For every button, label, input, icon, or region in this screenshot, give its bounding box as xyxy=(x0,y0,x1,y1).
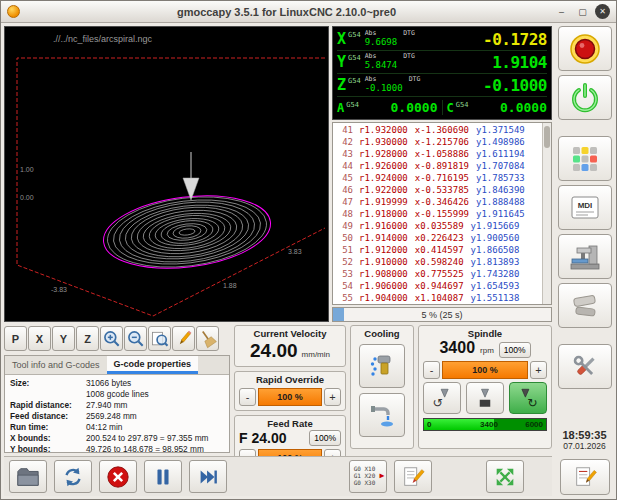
dro-rotary-row: A G54 0.0000 C G54 0.0000 xyxy=(337,97,547,118)
clear-plot-button[interactable] xyxy=(196,326,219,351)
zoom-out-icon xyxy=(126,329,146,349)
zoom-out-button[interactable] xyxy=(124,326,147,351)
notepad-button[interactable] xyxy=(560,459,610,495)
rapid-override-bar[interactable]: 100 % xyxy=(258,388,322,406)
axis-value: 0.0000 xyxy=(391,100,438,115)
gcode-line[interactable]: 42r1.930000x-1.215706y1.498986 xyxy=(335,136,542,148)
tool-change-button[interactable] xyxy=(558,234,612,279)
gcode-line[interactable]: 50r1.914000x0.226423y1.900560 xyxy=(335,232,542,244)
maximize-button[interactable]: ▢ xyxy=(574,4,591,19)
spindle-cw-button[interactable]: ↻ xyxy=(509,382,547,414)
gcode-line[interactable]: 49r1.916000x0.035589y1.915669 xyxy=(335,220,542,232)
axis-value: 1.9104 xyxy=(492,53,547,72)
stop-button[interactable] xyxy=(99,460,137,493)
view-z-button[interactable]: Z xyxy=(76,326,99,351)
open-file-button[interactable] xyxy=(9,460,47,493)
svg-text:1.88: 1.88 xyxy=(223,282,237,289)
rapid-override-minus-button[interactable]: - xyxy=(239,388,256,406)
spindle-override-bar[interactable]: 100 % xyxy=(442,361,528,379)
property-row: Size:31066 bytes xyxy=(10,378,224,389)
rapid-override-plus-button[interactable]: + xyxy=(324,388,341,406)
view-y-button[interactable]: Y xyxy=(52,326,75,351)
step-button[interactable] xyxy=(189,460,227,493)
setup-button[interactable] xyxy=(558,344,612,389)
info-column: P X Y Z xyxy=(4,325,230,453)
dro-axis-z[interactable]: Z G54 Abs -0.1000 DTG -0.1000 xyxy=(337,74,547,97)
gcode-line[interactable]: 53r1.908000x0.775525y1.743280 xyxy=(335,268,542,280)
feed-override-reset-button[interactable]: 100% xyxy=(309,430,341,446)
gcode-line[interactable]: 51r1.912000x0.414597y1.866508 xyxy=(335,244,542,256)
edit-gcode-button[interactable] xyxy=(394,460,432,493)
scrollbar-thumb[interactable] xyxy=(544,126,550,148)
estop-icon xyxy=(568,32,602,66)
power-button[interactable] xyxy=(558,75,612,120)
gcode-line[interactable]: 41r1.932000x-1.360690y1.371549 xyxy=(335,124,542,136)
dro-axis-c[interactable]: C G54 0.0000 xyxy=(447,100,548,115)
dro-axis-x[interactable]: X G54 Abs 9.6698 DTG -0.1728 xyxy=(337,28,547,51)
gcode-line[interactable]: 46r1.922000x-0.533785y1.846390 xyxy=(335,184,542,196)
mdi-button[interactable]: MDI xyxy=(558,185,612,230)
svg-text:1.00: 1.00 xyxy=(20,166,34,173)
reload-file-button[interactable] xyxy=(54,460,92,493)
show-dimensions-button[interactable] xyxy=(172,326,195,351)
app-window: gmoccapy 3.5.1 for LinuxCNC 2.10.0~pre0 … xyxy=(0,0,617,500)
play-marker-icon: ▶ xyxy=(380,471,385,480)
broom-icon xyxy=(198,329,218,349)
minimize-button[interactable]: – xyxy=(553,4,570,19)
coord-system: G54 xyxy=(348,54,361,62)
spindle-rpm-unit: rpm xyxy=(480,346,494,355)
zoom-fit-button[interactable] xyxy=(148,326,171,351)
spindle-override-reset-button[interactable]: 100% xyxy=(499,342,531,358)
dro-axis-y[interactable]: Y G54 Abs 5.8474 DTG 1.9104 xyxy=(337,51,547,74)
zoom-fit-icon xyxy=(150,329,170,349)
zoom-in-button[interactable] xyxy=(100,326,123,351)
view-x-button[interactable]: X xyxy=(28,326,51,351)
gcode-line[interactable]: 55r1.904000x1.104087y1.551138 xyxy=(335,292,542,304)
pause-icon xyxy=(151,465,175,489)
spindle-override-minus-button[interactable]: - xyxy=(423,361,440,379)
user-tabs-button[interactable] xyxy=(558,283,612,328)
dro-axis-a[interactable]: A G54 0.0000 xyxy=(337,100,443,115)
spindle-ccw-button[interactable]: ↺ xyxy=(423,382,461,414)
svg-text:0.00: 0.00 xyxy=(20,194,34,201)
gcode-line[interactable]: 43r1.928000x-1.058886y1.611194 xyxy=(335,148,542,160)
gcode-viewer[interactable]: 41r1.932000x-1.360690y1.371549 42r1.9300… xyxy=(332,122,552,305)
rapid-override-frame: Rapid Override - 100 % + xyxy=(234,371,346,411)
skip-forward-icon xyxy=(196,465,220,489)
spindle-title: Spindle xyxy=(423,328,547,339)
loaded-file-path: .//../nc_files/arcspiral.ngc xyxy=(53,34,153,44)
machine-limits-box xyxy=(17,58,325,316)
estop-button[interactable] xyxy=(558,26,612,71)
fullscreen-button[interactable] xyxy=(486,460,524,493)
tab-tool-info[interactable]: Tool info and G-codes xyxy=(5,356,107,374)
gcode-scrollbar[interactable] xyxy=(542,123,551,304)
gcode-line[interactable]: 44r1.926000x-0.891819y1.707084 xyxy=(335,160,542,172)
svg-text:3.83: 3.83 xyxy=(288,248,302,255)
property-row: Feed distance:2569.248 mm xyxy=(10,411,224,422)
dro-column: X G54 Abs 9.6698 DTG -0.1728 Y G54 xyxy=(332,26,552,322)
view-perspective-button[interactable]: P xyxy=(4,326,27,351)
scale-min-label: 0 xyxy=(427,420,431,429)
flood-button[interactable] xyxy=(359,393,405,437)
titlebar: gmoccapy 3.5.1 for LinuxCNC 2.10.0~pre0 … xyxy=(1,1,616,23)
clock: 18:59:35 07.01.2026 xyxy=(562,429,606,451)
gcode-line[interactable]: 54r1.906000x0.944697y1.654593 xyxy=(335,280,542,292)
pencil-icon xyxy=(174,329,194,349)
offsets-button[interactable] xyxy=(558,136,612,181)
svg-text:-3.83: -3.83 xyxy=(51,286,67,293)
coord-system: G54 xyxy=(348,77,361,85)
pause-button[interactable] xyxy=(144,460,182,493)
gremlin-preview[interactable]: .//../nc_files/arcspiral.ngc 1.00 0.00 -… xyxy=(4,26,329,322)
gcode-line[interactable]: 52r1.910000x0.598240y1.813893 xyxy=(335,256,542,268)
run-from-line-button[interactable]: G0 X10 G1 X20 G0 X30 ▶ xyxy=(349,460,387,493)
spindle-override-plus-button[interactable]: + xyxy=(530,361,547,379)
gcode-line[interactable]: 47r1.919999x-0.346426y1.888488 xyxy=(335,196,542,208)
gcode-line[interactable]: 48r1.918000x-0.155999y1.911645 xyxy=(335,208,542,220)
close-button[interactable]: ✕ xyxy=(595,4,610,19)
mist-button[interactable] xyxy=(359,344,405,388)
bottom-toolbar: G0 X10 G1 X20 G0 X30 ▶ xyxy=(4,456,552,496)
tab-gcode-properties[interactable]: G-code properties xyxy=(107,356,199,374)
property-row: Rapid distance:27.940 mm xyxy=(10,400,224,411)
spindle-stop-button[interactable] xyxy=(466,382,504,414)
gcode-line[interactable]: 45r1.924000x-0.716195y1.785733 xyxy=(335,172,542,184)
